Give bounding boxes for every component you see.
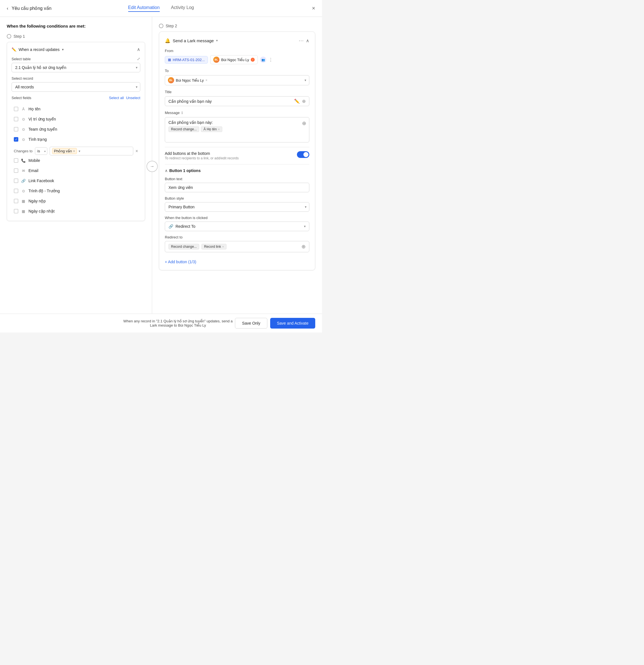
add-buttons-toggle[interactable] [297, 151, 309, 158]
title-edit-icon[interactable]: ✏️ [294, 98, 300, 104]
button-text-row: Button text [165, 177, 309, 192]
field-checkbox-facebook[interactable] [14, 178, 18, 183]
to-dropdown-icon[interactable]: ▾ [305, 78, 306, 82]
select-table-label: Select table ⤢ [12, 57, 140, 61]
condition-remove-button[interactable]: × [135, 149, 138, 154]
footer: When any record in "2.1 Quản lý hồ sơ ứn… [0, 314, 322, 332]
condition-tag-remove[interactable]: × [73, 149, 75, 153]
add-buttons-labels: Add buttons at the bottom To redirect re… [165, 151, 239, 160]
to-chip-remove[interactable]: × [205, 78, 207, 82]
field-checkbox-email[interactable] [14, 168, 18, 173]
add-buttons-sublabel: To redirect recipients to a link, or add… [165, 156, 239, 160]
select-record-wrapper: All records ▾ [12, 82, 140, 92]
action-collapse-button[interactable]: ∧ [306, 38, 309, 43]
field-checkbox-vi-tri[interactable] [14, 117, 18, 121]
action-dropdown-icon[interactable]: ▾ [216, 39, 218, 42]
external-link-icon[interactable]: ⤢ [137, 57, 140, 61]
step2-text: Step 2 [166, 24, 177, 28]
field-name-tinh-trang: Tình trạng [29, 137, 47, 141]
select-record-dropdown[interactable]: All records [12, 82, 140, 92]
field-name-facebook: Link Facebook [29, 178, 54, 183]
step1-text: Step 1 [14, 34, 25, 39]
field-checkbox-tinh-trang[interactable] [14, 137, 18, 141]
message-tag1: Record change... [168, 127, 199, 132]
condition-tag-dropdown-icon[interactable]: ▾ [79, 149, 80, 153]
select-record-label: Select record [12, 76, 140, 80]
field-checkbox-ngay-nop[interactable] [14, 199, 18, 203]
footer-summary: When any record in "2.1 Quản lý hồ sơ ứn… [121, 319, 235, 327]
select-record-row: Select record All records ▾ [12, 76, 140, 92]
step2-circle [159, 24, 163, 28]
text-field-icon: Ā [21, 107, 26, 111]
trigger-header-left[interactable]: ✏️ When a record updates ▾ [12, 47, 64, 52]
header-tabs: Edit Automation Activity Log [128, 5, 194, 12]
select-table-row: Select table ⤢ 2.1 Quản lý hồ sơ ứng tuy… [12, 57, 140, 72]
title-add-icon[interactable]: ⊕ [302, 98, 306, 104]
button-options-collapse[interactable]: ∧ [165, 168, 168, 173]
button-text-input[interactable] [165, 183, 309, 192]
clock-field-icon: ⊙ [21, 117, 26, 121]
arrow-connector: → [147, 161, 158, 172]
unselect-button[interactable]: Unselect [126, 96, 140, 100]
add-message-button[interactable]: ⊕ [302, 120, 306, 127]
select-fields-row: Select fields Select all Unselect [12, 96, 140, 100]
redirect-to-field[interactable]: Record change... Record link × ⊕ [165, 241, 309, 252]
link-icon: 🔗 [168, 224, 173, 229]
grid-field-icon: ▦ [21, 199, 26, 203]
field-item: ⊙ Team ứng tuyển [12, 124, 140, 134]
add-button-link[interactable]: + Add button (1/3) [165, 256, 309, 264]
redirect-tag2-remove[interactable]: × [222, 245, 224, 248]
close-button[interactable]: × [312, 5, 315, 12]
select-all-button[interactable]: Select all [109, 96, 124, 100]
from-group-icon-chip[interactable]: 👥 [260, 57, 266, 63]
field-name-ngay-cap-nhat: Ngày cập nhật [29, 209, 55, 213]
field-name-vi-tri: Vị trí ứng tuyển [29, 117, 56, 121]
left-panel: When the following conditions are met: S… [0, 17, 152, 314]
title-input-row: Cần phỏng vấn bạn này ✏️ ⊕ [165, 96, 309, 106]
tab-activity-log[interactable]: Activity Log [171, 5, 194, 12]
select-all-links: Select all Unselect [109, 96, 140, 100]
to-section: To BL Bùi Ngọc Tiểu Ly × ▾ [165, 69, 309, 85]
from-avatar: BL [213, 57, 219, 63]
title-section: Title Cần phỏng vấn bạn này ✏️ ⊕ [165, 90, 309, 106]
add-redirect-button[interactable]: ⊕ [301, 244, 306, 250]
step1-circle [7, 34, 11, 39]
more-options-button[interactable]: ⋯ [299, 37, 304, 44]
save-only-button[interactable]: Save Only [235, 318, 268, 328]
message-tag2-remove[interactable]: × [218, 128, 219, 131]
from-badge: ! [251, 58, 255, 62]
when-clicked-select[interactable]: 🔗 Redirect To ▾ [165, 222, 309, 231]
step2-label: Step 2 [159, 24, 315, 28]
action-header: 🔔 Send a Lark message ▾ ⋯ ∧ [165, 37, 309, 44]
more-chips-button[interactable]: ⋮ [269, 57, 273, 62]
trigger-collapse-button[interactable]: ∧ [137, 47, 140, 52]
back-button[interactable]: ‹ [7, 6, 8, 11]
field-checkbox-ngay-cap-nhat[interactable] [14, 209, 18, 213]
condition-operator-select[interactable]: is [35, 147, 47, 155]
email-field-icon: ✉ [21, 169, 26, 173]
tab-edit-automation[interactable]: Edit Automation [128, 5, 160, 12]
save-activate-button[interactable]: Save and Activate [270, 318, 315, 328]
button-style-select[interactable]: Primary Button [165, 202, 309, 212]
to-field[interactable]: BL Bùi Ngọc Tiểu Ly × ▾ [165, 75, 309, 85]
field-name-team: Team ứng tuyển [29, 127, 57, 132]
field-checkbox-ho-ten[interactable] [14, 107, 18, 111]
field-checkbox-team[interactable] [14, 127, 18, 132]
condition-tag-value: Phỏng vấn [54, 149, 72, 153]
phone-field-icon: 📞 [21, 158, 26, 163]
condition-tag: Phỏng vấn × [52, 148, 77, 154]
divider [165, 147, 309, 147]
trigger-label: When a record updates [19, 47, 60, 52]
select-table-dropdown[interactable]: 2.1 Quản lý hồ sơ ứng tuyển [12, 63, 140, 72]
from-person-chip[interactable]: BL Bùi Ngọc Tiểu Ly ! [210, 55, 258, 64]
condition-tag-input[interactable]: Phỏng vấn × ▾ [50, 147, 133, 155]
to-person-name: Bùi Ngọc Tiểu Ly [176, 78, 204, 82]
action-title: Send a Lark message [173, 38, 214, 43]
right-panel: Step 2 🔔 Send a Lark message ▾ ⋯ ∧ [152, 17, 322, 314]
field-checkbox-trinh-do[interactable] [14, 189, 18, 193]
message-box[interactable]: Cần phỏng vấn bạn này: Record change... … [165, 117, 309, 142]
clock-field-icon: ⊙ [21, 127, 26, 132]
from-table-chip[interactable]: ▦ HRM-ATS-01-202... [165, 56, 208, 64]
field-checkbox-mobile[interactable] [14, 158, 18, 163]
to-person-chip: BL Bùi Ngọc Tiểu Ly × [168, 77, 207, 83]
